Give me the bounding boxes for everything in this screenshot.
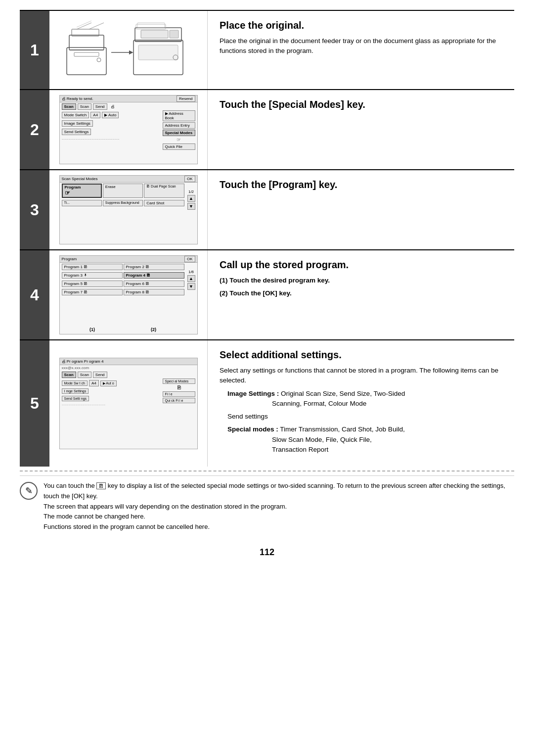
step-5-screen: 🖨 Pr ogram Pr ogram 4 xxx@x.xxx.com Scan… — [59, 358, 198, 449]
notes-section: ✎ You can touch the 🖹 key to display a l… — [20, 475, 514, 532]
step-1-illustration — [62, 20, 195, 80]
step-3-scroll: 1/2 ▲ ▼ — [186, 189, 196, 210]
step-5-right-buttons: Speci al Modes 🖹 Fi l e Qui ck Fi l e — [162, 378, 196, 404]
step-5-body: Select any settings or functions that ca… — [220, 366, 502, 455]
step-3-title: Touch the [Program] key. — [220, 179, 502, 190]
section-divider — [20, 471, 514, 472]
svg-rect-18 — [137, 23, 165, 28]
step-1-image — [49, 11, 208, 89]
step-5-row: 5 🖨 Pr ogram Pr ogram 4 xxx@x.xxx.com Sc… — [20, 339, 514, 467]
step-3-image: Scan Special Modes OK Program☞ Erase 🖹 D… — [49, 170, 208, 249]
step-4-scroll: 1/6 ▲ ▼ — [186, 270, 196, 290]
page-number: 112 — [20, 547, 514, 567]
svg-line-6 — [77, 23, 91, 29]
step-5-title: Select additional settings. — [220, 349, 502, 361]
step-4-content: Call up the stored program. (1) Touch th… — [208, 250, 514, 339]
step-5-content: Select additional settings. Select any s… — [208, 340, 514, 467]
step-2-number: 2 — [20, 90, 49, 169]
page: 1 — [0, 0, 534, 587]
svg-line-7 — [89, 23, 104, 29]
step-4-screen: Program OK Program 1 🖹 Program 2 🖹 Progr… — [59, 255, 198, 334]
step-1-content: Place the original. Place the original i… — [208, 11, 514, 89]
step-1-number: 1 — [20, 11, 49, 89]
step-4-image: Program OK Program 1 🖹 Program 2 🖹 Progr… — [49, 250, 208, 339]
step-4-number: 4 — [20, 250, 49, 339]
step-2-content: Touch the [Special Modes] key. — [208, 90, 514, 169]
step-5-number: 5 — [20, 340, 49, 467]
svg-rect-4 — [74, 52, 99, 56]
svg-line-8 — [77, 21, 91, 27]
step-4-title: Call up the stored program. — [220, 259, 502, 271]
step-1-row: 1 — [20, 10, 514, 89]
step-3-number: 3 — [20, 170, 49, 249]
step-2-image: 🖨 Ready to send. Resend Scan Scan Send 🖨… — [49, 90, 208, 169]
step-2-title: Touch the [Special Modes] key. — [220, 99, 502, 110]
step-2-right-buttons: ▶ Address Book Address Entry Special Mod… — [162, 109, 196, 151]
step-3-row: 3 Scan Special Modes OK Program☞ Erase 🖹… — [20, 169, 514, 249]
svg-rect-17 — [136, 24, 166, 29]
step-2-row: 2 🖨 Ready to send. Resend Scan Scan Send… — [20, 89, 514, 169]
step-5-status-bar: 🖨 Pr ogram Pr ogram 4 — [60, 358, 197, 365]
svg-point-5 — [97, 58, 101, 62]
step-3-content: Touch the [Program] key. — [208, 170, 514, 249]
step-1-body: Place the original in the document feede… — [220, 36, 502, 56]
step-3-status-bar: Scan Special Modes OK — [60, 176, 197, 183]
svg-rect-14 — [138, 45, 178, 60]
step-1-title: Place the original. — [220, 20, 502, 31]
step-4-row: 4 Program OK Program 1 🖹 Program 2 🖹 Pro… — [20, 249, 514, 339]
svg-rect-12 — [141, 30, 168, 38]
notes-text: You can touch the 🖹 key to display a lis… — [44, 481, 514, 532]
step-2-screen: 🖨 Ready to send. Resend Scan Scan Send 🖨… — [59, 95, 198, 164]
svg-rect-13 — [170, 30, 178, 38]
step-4-body: (1) Touch the desired program key. (2) T… — [220, 276, 502, 299]
step-5-image: 🖨 Pr ogram Pr ogram 4 xxx@x.xxx.com Scan… — [49, 340, 208, 467]
step-2-main-area: Scan Scan Send 🖨 Mode Switch A4 ▶ Auto I… — [60, 102, 160, 142]
step-4-status-bar: Program OK — [60, 256, 197, 263]
step-3-screen: Scan Special Modes OK Program☞ Erase 🖹 D… — [59, 175, 198, 244]
step-2-status-bar: 🖨 Ready to send. Resend — [60, 95, 197, 102]
note-icon: ✎ — [20, 482, 38, 500]
